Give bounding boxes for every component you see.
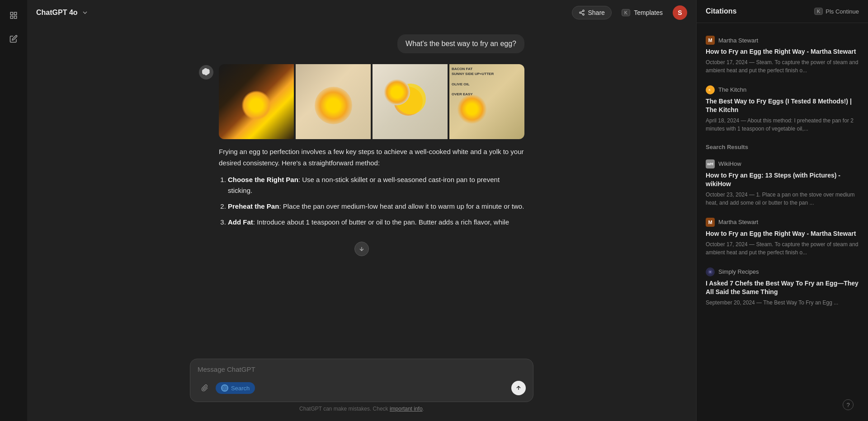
source-name-2: The Kitchn	[718, 86, 746, 93]
assistant-avatar	[199, 65, 213, 80]
disclaimer: ChatGPT can make mistakes. Check importa…	[299, 406, 424, 412]
input-box: Search	[190, 359, 533, 402]
help-icon[interactable]: ?	[843, 399, 854, 410]
continue-label: Pls Continue	[826, 8, 859, 15]
citation-item-2[interactable]: K The Kitchn The Best Way to Fry Eggs (I…	[697, 80, 868, 138]
templates-label: Templates	[634, 9, 663, 16]
step-2: Preheat the Pan: Place the pan over medi…	[228, 201, 524, 212]
assistant-message: Frying an egg to perfection involves a f…	[199, 64, 524, 233]
svg-point-6	[583, 14, 585, 15]
avatar-initials: S	[678, 9, 682, 16]
input-area: Search ChatGPT can make mistakes. Check …	[27, 353, 696, 421]
favicon-4: M	[706, 218, 715, 227]
disclaimer-text-end: .	[423, 406, 424, 412]
source-name-4: Martha Stewart	[718, 219, 758, 225]
citation-item-4[interactable]: M Martha Stewart How to Fry an Egg the R…	[697, 212, 868, 262]
share-button[interactable]: Share	[572, 6, 611, 19]
disclaimer-link[interactable]: important info	[390, 406, 423, 412]
citation-title-2: The Best Way to Fry Eggs (I Tested 8 Met…	[706, 97, 859, 115]
citations-list: M Martha Stewart How to Fry an Egg the R…	[697, 23, 868, 403]
step-3: Add Fat: Introduce about 1 teaspoon of b…	[228, 217, 524, 228]
templates-shortcut: K	[622, 9, 630, 16]
svg-rect-1	[14, 12, 17, 14]
svg-point-5	[580, 12, 581, 14]
citations-header: Citations K Pls Continue	[697, 0, 868, 23]
sidebar-edit-icon[interactable]	[5, 31, 22, 47]
assistant-intro: Frying an egg to perfection involves a f…	[219, 146, 524, 169]
chat-container: What's the best way to fry an egg?	[190, 34, 533, 260]
step-1: Choose the Right Pan: Use a non-stick sk…	[228, 174, 524, 197]
citation-title-1: How to Fry an Egg the Right Way - Martha…	[706, 47, 859, 56]
citation-source-4: M Martha Stewart	[706, 218, 859, 227]
continue-button[interactable]: K Pls Continue	[814, 8, 859, 15]
search-label: Search	[231, 385, 250, 392]
citation-item-1[interactable]: M Martha Stewart How to Fry an Egg the R…	[697, 30, 868, 80]
image-grid	[219, 64, 524, 139]
citation-item-5[interactable]: Simply Recipes I Asked 7 Chefs the Best …	[697, 262, 868, 312]
message-input[interactable]	[198, 365, 526, 376]
source-name-3: WikiHow	[718, 160, 741, 167]
citations-panel: Citations K Pls Continue M Martha Stewar…	[696, 0, 868, 421]
model-selector[interactable]: ChatGPT 4o	[36, 9, 89, 17]
citation-excerpt-4: October 17, 2024 — Steam. To capture the…	[706, 240, 859, 257]
search-results-label: Search Results	[697, 140, 868, 154]
step-2-title: Preheat the Pan	[228, 202, 279, 210]
scroll-indicator	[199, 242, 524, 256]
sidebar-menu-icon[interactable]	[5, 7, 22, 23]
favicon-1: M	[706, 36, 715, 45]
citation-excerpt-3: October 23, 2024 — 1. Place a pan on the…	[706, 191, 859, 207]
citation-source-2: K The Kitchn	[706, 85, 859, 94]
header: ChatGPT 4o Share K Templates S	[27, 0, 696, 25]
svg-rect-2	[10, 16, 13, 19]
user-message-text: What's the best way to fry an egg?	[406, 40, 516, 47]
step-1-title: Choose the Right Pan	[228, 176, 298, 183]
steps-list: Choose the Right Pan: Use a non-stick sk…	[219, 174, 524, 228]
templates-button[interactable]: K Templates	[617, 6, 667, 19]
svg-line-8	[581, 11, 583, 12]
chat-area[interactable]: What's the best way to fry an egg?	[27, 25, 696, 353]
favicon-5	[706, 267, 715, 276]
egg-image-3	[373, 64, 448, 139]
step-2-body: : Place the pan over medium-low heat and…	[279, 202, 524, 210]
svg-rect-0	[10, 12, 13, 14]
source-name-5: Simply Recipes	[718, 268, 759, 275]
share-label: Share	[588, 9, 604, 16]
egg-image-1	[219, 64, 294, 139]
svg-line-7	[581, 13, 583, 14]
search-chip[interactable]: Search	[216, 382, 255, 394]
continue-shortcut: K	[814, 8, 823, 15]
sidebar	[0, 0, 27, 421]
svg-point-4	[583, 10, 585, 12]
step-3-body: : Introduce about 1 teaspoon of butter o…	[253, 218, 509, 226]
citation-title-3: How to Fry an Egg: 13 Steps (with Pictur…	[706, 171, 859, 189]
citation-title-4: How to Fry an Egg the Right Way - Martha…	[706, 229, 859, 239]
egg-image-2	[296, 64, 371, 139]
attach-button[interactable]	[198, 381, 212, 395]
citation-excerpt-5: September 20, 2024 — The Best Way To Fry…	[706, 299, 859, 307]
disclaimer-text: ChatGPT can make mistakes. Check	[299, 406, 390, 412]
svg-rect-3	[14, 16, 17, 19]
citation-excerpt-2: April 18, 2024 — About this method: I pr…	[706, 117, 859, 133]
citation-title-5: I Asked 7 Chefs the Best Way To Fry an E…	[706, 279, 859, 297]
citation-item-3[interactable]: wH WikiHow How to Fry an Egg: 13 Steps (…	[697, 154, 868, 212]
user-bubble: What's the best way to fry an egg?	[397, 34, 524, 53]
user-message: What's the best way to fry an egg?	[199, 34, 524, 53]
input-actions: Search	[198, 381, 526, 395]
model-name: ChatGPT 4o	[36, 9, 78, 17]
citation-excerpt-1: October 17, 2024 — Steam. To capture the…	[706, 58, 859, 75]
assistant-text: Frying an egg to perfection involves a f…	[219, 146, 524, 228]
citation-source-5: Simply Recipes	[706, 267, 859, 276]
citation-source-1: M Martha Stewart	[706, 36, 859, 45]
scroll-down-button[interactable]	[354, 242, 369, 256]
favicon-3: wH	[706, 159, 715, 168]
egg-image-4	[449, 64, 524, 139]
user-avatar[interactable]: S	[673, 5, 687, 20]
step-3-title: Add Fat	[228, 218, 253, 226]
citation-source-3: wH WikiHow	[706, 159, 859, 168]
citations-title: Citations	[706, 7, 736, 15]
main-content: ChatGPT 4o Share K Templates S W	[27, 0, 696, 421]
globe-icon	[221, 384, 228, 392]
send-button[interactable]	[511, 381, 526, 395]
favicon-2: K	[706, 85, 715, 94]
assistant-content: Frying an egg to perfection involves a f…	[219, 64, 524, 233]
